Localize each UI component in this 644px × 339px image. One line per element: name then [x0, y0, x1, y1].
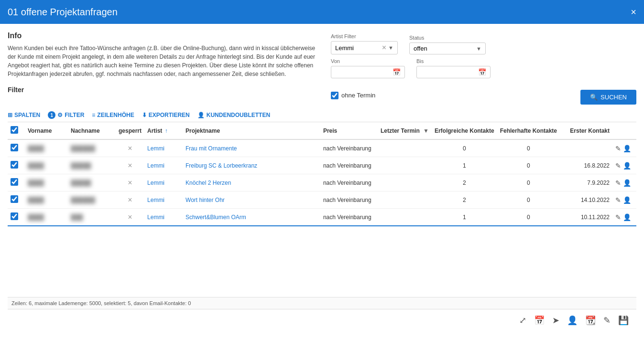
- exportieren-button[interactable]: ⬇ EXPORTIEREN: [142, 112, 190, 118]
- artist-filter-clear-button[interactable]: ×: [382, 43, 386, 52]
- von-date-wrap[interactable]: 📅: [331, 66, 405, 78]
- cell-gesperrt: ×: [116, 174, 144, 191]
- artist-link[interactable]: Lemmi: [147, 145, 164, 152]
- edit-button[interactable]: ✎: [601, 313, 612, 328]
- person-row-button[interactable]: 👤: [623, 213, 631, 221]
- von-filter-group: Von 📅: [331, 58, 405, 78]
- edit-row-button[interactable]: ✎: [615, 162, 621, 170]
- artist-link[interactable]: Lemmi: [147, 197, 164, 203]
- col-header-letzter-termin[interactable]: Letzter Termin ▼: [378, 122, 432, 139]
- project-link[interactable]: Freiburg SC & Lorbeerkranz: [186, 162, 257, 169]
- send-button[interactable]: ➤: [550, 313, 561, 328]
- cell-nachname: ██████: [68, 191, 116, 209]
- project-link[interactable]: Wort hinter Ohr: [186, 197, 225, 203]
- artist-link[interactable]: Lemmi: [147, 180, 164, 186]
- von-calendar-icon[interactable]: 📅: [393, 68, 401, 76]
- info-section: Info Wenn Kunden bei euch ihre Tattoo-Wü…: [8, 32, 323, 78]
- filter-button[interactable]: 1 ⚙ FILTER: [48, 111, 84, 119]
- bis-calendar-icon[interactable]: 📅: [478, 68, 486, 76]
- artist-filter-value: Lemmi: [335, 44, 380, 52]
- bis-input[interactable]: [421, 69, 478, 76]
- cell-erster-kontakt: 16.8.2022: [560, 157, 612, 174]
- col-header-artist[interactable]: Artist ↑: [144, 122, 183, 139]
- gesperrt-mark: ×: [128, 144, 132, 152]
- cell-vorname: ████: [25, 174, 68, 191]
- col-header-fehlerhafte-kontakte[interactable]: Fehlerhafte Kontakte: [497, 122, 560, 139]
- edit-row-button[interactable]: ✎: [615, 179, 621, 187]
- search-button[interactable]: 🔍 SUCHEN: [580, 90, 636, 105]
- cell-artist: Lemmi: [144, 191, 183, 209]
- project-link[interactable]: Schwert&Blumen OArm: [186, 214, 246, 221]
- artist-link[interactable]: Lemmi: [147, 162, 164, 169]
- col-header-check: [8, 122, 25, 139]
- von-label: Von: [331, 58, 405, 64]
- cell-fehlerhafte-kontakte: 0: [497, 174, 560, 191]
- table-header-row: Vorname Nachname gesperrt Artist ↑ Proje…: [8, 122, 636, 139]
- person-row-button[interactable]: 👤: [623, 145, 631, 152]
- von-input[interactable]: [335, 69, 393, 76]
- save-button[interactable]: 💾: [616, 313, 631, 328]
- info-text: Wenn Kunden bei euch ihre Tattoo-Wünsche…: [8, 44, 323, 78]
- kundendoubletten-label: KUNDENDOUBLETTEN: [207, 112, 270, 118]
- cell-vorname: ████: [25, 209, 68, 226]
- bis-date-wrap[interactable]: 📅: [416, 66, 491, 78]
- cell-projektname: Schwert&Blumen OArm: [183, 209, 320, 226]
- status-filter-label: Status: [409, 35, 486, 41]
- row-checkbox[interactable]: [11, 161, 18, 169]
- cell-letzter-termin: [378, 174, 432, 191]
- cell-letzter-termin: [378, 209, 432, 226]
- row-checkbox[interactable]: [11, 212, 18, 220]
- gesperrt-mark: ×: [128, 213, 132, 221]
- col-header-erster-kontakt[interactable]: Erster Kontakt: [560, 122, 612, 139]
- cell-projektname: Frau mit Ornamente: [183, 139, 320, 157]
- row-checkbox[interactable]: [11, 195, 18, 203]
- col-header-nachname[interactable]: Nachname: [68, 122, 116, 139]
- edit-row-button[interactable]: ✎: [615, 213, 621, 221]
- expand-button[interactable]: ⤢: [517, 313, 528, 328]
- calendar-button[interactable]: 📅: [532, 313, 546, 328]
- col-header-erfolgreiche-kontakte[interactable]: Erfolgreiche Kontakte: [432, 122, 497, 139]
- cell-erster-kontakt: [560, 139, 612, 157]
- row-checkbox[interactable]: [11, 178, 18, 186]
- status-filter-select-wrap[interactable]: offen ▼: [409, 42, 486, 54]
- person-button[interactable]: 👤: [565, 313, 579, 328]
- edit-row-button[interactable]: ✎: [615, 145, 621, 152]
- col-header-projektname[interactable]: Projektname: [183, 122, 320, 139]
- cell-erster-kontakt: 7.9.2022: [560, 174, 612, 191]
- edit-row-button[interactable]: ✎: [615, 196, 621, 204]
- main-content: Info Wenn Kunden bei euch ihre Tattoo-Wü…: [0, 24, 644, 339]
- spalten-button[interactable]: ⊞ SPALTEN: [8, 112, 40, 118]
- cell-preis: nach Vereinbarung: [320, 209, 378, 226]
- project-link[interactable]: Knöchel 2 Herzen: [186, 180, 231, 186]
- cell-letzter-termin: [378, 139, 432, 157]
- person-row-button[interactable]: 👤: [623, 179, 631, 187]
- termin-filter-icon[interactable]: ▼: [423, 127, 429, 134]
- col-header-gesperrt[interactable]: gesperrt: [116, 122, 144, 139]
- col-header-vorname[interactable]: Vorname: [25, 122, 68, 139]
- project-link[interactable]: Frau mit Ornamente: [186, 145, 237, 152]
- bis-label: Bis: [416, 58, 491, 64]
- cell-actions: ✎👤: [612, 139, 636, 157]
- kundendoubletten-button[interactable]: 👤 KUNDENDOUBLETTEN: [197, 112, 270, 118]
- cell-fehlerhafte-kontakte: 0: [497, 139, 560, 157]
- artist-filter-select-wrap[interactable]: Lemmi × ▼: [331, 41, 398, 54]
- zeilenhoehe-button[interactable]: ≡ ZEILENHÖHE: [92, 112, 134, 118]
- filter-icon: ⚙: [57, 112, 63, 118]
- select-all-checkbox[interactable]: [11, 126, 18, 134]
- row-checkbox[interactable]: [11, 144, 18, 151]
- cell-erfolgreiche-kontakte: 0: [432, 139, 497, 157]
- status-filter-group: Status offen ▼: [409, 35, 486, 54]
- close-button[interactable]: ×: [631, 7, 636, 17]
- cell-letzter-termin: [378, 157, 432, 174]
- exportieren-label: EXPORTIEREN: [149, 112, 190, 118]
- cell-artist: Lemmi: [144, 209, 183, 226]
- artist-link[interactable]: Lemmi: [147, 214, 164, 221]
- person-row-button[interactable]: 👤: [623, 162, 631, 170]
- data-table: Vorname Nachname gesperrt Artist ↑ Proje…: [8, 122, 636, 226]
- cell-actions: ✎👤: [612, 209, 636, 226]
- person-row-button[interactable]: 👤: [623, 196, 631, 204]
- col-header-preis[interactable]: Preis: [320, 122, 378, 139]
- cell-gesperrt: ×: [116, 157, 144, 174]
- date-range-button[interactable]: 📆: [583, 313, 598, 328]
- ohne-termin-checkbox[interactable]: [331, 92, 338, 99]
